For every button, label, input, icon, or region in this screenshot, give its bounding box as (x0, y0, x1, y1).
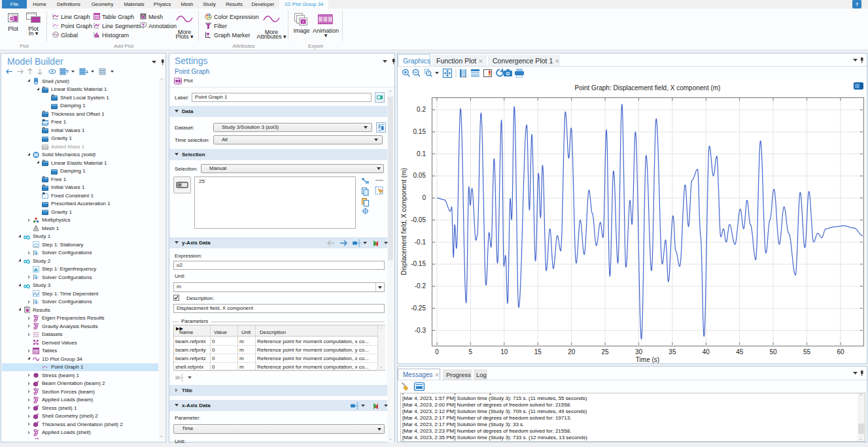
svg-text:-0.25: -0.25 (411, 305, 426, 312)
svg-text:8: 8 (35, 340, 37, 344)
svg-text:-0.15: -0.15 (411, 260, 426, 267)
svg-text:0: 0 (422, 194, 426, 201)
svg-text:40: 40 (703, 348, 710, 356)
svg-text:0: 0 (435, 348, 439, 356)
svg-text:Displacement field, X componen: Displacement field, X component (m) (400, 168, 408, 275)
svg-text:Time (s): Time (s) (636, 356, 659, 363)
svg-text:-0.1: -0.1 (415, 239, 426, 246)
svg-text:5: 5 (469, 348, 473, 356)
svg-text:20: 20 (568, 348, 576, 356)
svg-text:Point Graph: Displacement fiel: Point Graph: Displacement field, X compo… (575, 84, 721, 91)
svg-text:30: 30 (635, 348, 643, 356)
svg-text:45: 45 (736, 348, 744, 356)
svg-text:-0.3: -0.3 (415, 327, 426, 334)
svg-text:50: 50 (770, 348, 778, 356)
svg-text:0.2: 0.2 (417, 106, 426, 113)
svg-text:0.05: 0.05 (413, 172, 426, 179)
svg-text:-0.2: -0.2 (415, 282, 426, 290)
svg-text:35: 35 (668, 348, 676, 356)
svg-text:0.15: 0.15 (413, 128, 426, 135)
svg-text:15: 15 (534, 348, 542, 356)
svg-text:25: 25 (602, 348, 610, 356)
svg-text:0.1: 0.1 (417, 150, 426, 157)
svg-text:10: 10 (500, 348, 508, 356)
svg-text:60: 60 (837, 348, 844, 356)
svg-text:55: 55 (803, 348, 811, 356)
svg-text:-0.05: -0.05 (411, 216, 426, 224)
